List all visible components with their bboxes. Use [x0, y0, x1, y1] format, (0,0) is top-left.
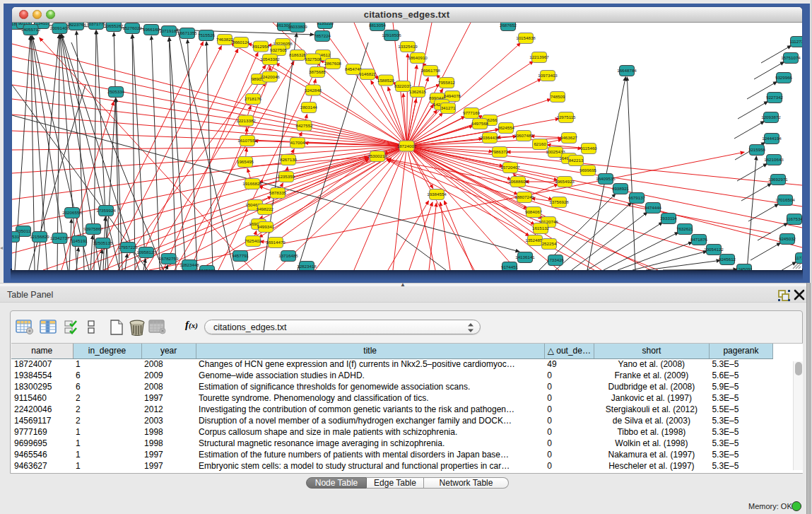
- svg-text:93975867: 93975867: [83, 226, 103, 231]
- svg-text:62160: 62160: [534, 141, 546, 146]
- svg-text:13756928: 13756928: [549, 199, 569, 204]
- svg-text:8454749: 8454749: [344, 66, 362, 71]
- svg-text:15276022: 15276022: [122, 25, 142, 30]
- svg-text:10154838: 10154838: [516, 35, 536, 40]
- svg-text:16782759: 16782759: [158, 256, 178, 261]
- svg-text:16210643: 16210643: [764, 157, 784, 162]
- svg-text:9457791: 9457791: [231, 253, 249, 258]
- svg-text:391531: 391531: [12, 234, 20, 239]
- svg-text:9245612: 9245612: [718, 257, 736, 262]
- svg-text:12213967: 12213967: [529, 54, 549, 59]
- svg-text:6497568: 6497568: [471, 121, 488, 126]
- svg-text:9146821: 9146821: [358, 71, 376, 76]
- svg-text:8938921: 8938921: [611, 186, 629, 191]
- svg-text:8912954: 8912954: [252, 43, 269, 48]
- svg-text:6679137: 6679137: [628, 195, 645, 200]
- svg-text:13325419: 13325419: [398, 44, 418, 49]
- svg-text:7986372: 7986372: [490, 149, 508, 154]
- svg-text:252254: 252254: [541, 241, 556, 246]
- svg-text:12918506: 12918506: [382, 33, 401, 37]
- svg-text:9327508: 9327508: [304, 56, 322, 61]
- svg-text:9115460: 9115460: [580, 146, 597, 151]
- svg-text:9499341: 9499341: [257, 224, 274, 229]
- svg-text:1173546: 1173546: [794, 255, 802, 260]
- svg-text:1245091: 1245091: [735, 267, 753, 270]
- svg-text:9135220: 9135220: [316, 23, 334, 25]
- svg-text:9498222: 9498222: [256, 206, 273, 211]
- svg-text:9777169: 9777169: [462, 110, 480, 115]
- svg-text:9227342: 9227342: [765, 95, 783, 100]
- svg-text:19384554: 19384554: [427, 192, 447, 197]
- svg-text:842213: 842213: [568, 158, 583, 163]
- svg-text:3215958: 3215958: [748, 147, 765, 152]
- svg-text:19654923: 19654923: [555, 179, 575, 184]
- svg-text:25300213: 25300213: [367, 153, 387, 158]
- svg-text:10973403: 10973403: [538, 73, 558, 78]
- svg-text:7857224: 7857224: [313, 33, 331, 38]
- svg-text:12975115: 12975115: [556, 115, 576, 119]
- svg-text:15751074: 15751074: [781, 55, 801, 60]
- svg-text:7463822: 7463822: [216, 37, 233, 42]
- svg-text:15720407: 15720407: [500, 165, 520, 170]
- svg-text:10958127: 10958127: [136, 250, 156, 255]
- svg-text:18640910: 18640910: [408, 55, 428, 60]
- svg-text:12093872: 12093872: [761, 115, 781, 119]
- svg-text:10543382: 10543382: [260, 57, 280, 62]
- svg-text:12213382: 12213382: [236, 117, 256, 122]
- svg-text:20206556: 20206556: [62, 210, 82, 215]
- svg-text:5878335: 5878335: [269, 190, 286, 195]
- svg-text:9474444: 9474444: [644, 205, 661, 210]
- svg-text:12342737: 12342737: [49, 235, 69, 240]
- svg-text:2867608: 2867608: [324, 61, 341, 66]
- svg-text:9245032: 9245032: [778, 236, 796, 241]
- svg-text:12823418: 12823418: [297, 264, 317, 269]
- svg-text:17016504: 17016504: [775, 197, 795, 202]
- svg-text:6966160: 6966160: [142, 27, 160, 32]
- svg-text:2505334: 2505334: [107, 89, 124, 94]
- svg-text:341271: 341271: [440, 105, 455, 110]
- svg-text:14055712: 14055712: [20, 27, 40, 32]
- svg-text:6494078: 6494078: [443, 93, 461, 98]
- svg-text:18223764: 18223764: [66, 23, 86, 27]
- svg-text:9084067: 9084067: [524, 209, 542, 214]
- svg-text:16671355: 16671355: [177, 30, 197, 35]
- svg-text:8427552: 8427552: [295, 122, 313, 127]
- svg-text:16409535: 16409535: [596, 176, 616, 181]
- svg-text:20364436: 20364436: [480, 135, 500, 140]
- svg-text:1112734: 1112734: [789, 39, 802, 44]
- svg-text:7625402: 7625402: [244, 238, 261, 243]
- svg-text:8322037: 8322037: [394, 83, 411, 88]
- svg-text:2933114: 2933114: [660, 216, 677, 221]
- svg-text:1588520: 1588520: [377, 77, 394, 82]
- svg-text:17359924: 17359924: [96, 208, 116, 213]
- svg-text:3875685: 3875685: [308, 69, 326, 74]
- svg-text:10054122: 10054122: [704, 247, 724, 252]
- svg-text:9463627: 9463627: [560, 135, 577, 140]
- svg-text:7632621: 7632621: [676, 226, 693, 231]
- svg-text:9245033: 9245033: [198, 268, 216, 270]
- svg-text:10655267: 10655267: [104, 23, 124, 28]
- svg-text:9327505: 9327505: [269, 47, 287, 52]
- svg-text:18724007: 18724007: [396, 143, 416, 148]
- svg-text:1733426: 1733426: [546, 257, 564, 262]
- svg-text:16033809: 16033809: [288, 24, 307, 29]
- svg-text:8186328: 8186328: [288, 52, 306, 57]
- svg-text:16648784: 16648784: [617, 68, 637, 73]
- svg-text:1362615: 1362615: [408, 89, 426, 94]
- svg-text:1235359: 1235359: [277, 174, 295, 179]
- svg-text:1145191: 1145191: [71, 238, 88, 243]
- svg-text:12444194: 12444194: [762, 136, 782, 141]
- svg-text:8471876: 8471876: [690, 237, 707, 242]
- svg-text:13692971: 13692971: [768, 177, 788, 182]
- svg-text:1615132: 1615132: [531, 226, 549, 230]
- svg-text:10371779: 10371779: [86, 23, 106, 26]
- svg-text:12823448: 12823448: [180, 262, 199, 267]
- svg-text:417004: 417004: [290, 140, 305, 145]
- svg-text:3624554: 3624554: [497, 125, 514, 130]
- svg-text:8660124: 8660124: [232, 40, 249, 45]
- svg-text:2718176: 2718176: [244, 96, 261, 101]
- svg-text:7515526: 7515526: [197, 33, 215, 37]
- svg-text:8267130: 8267130: [279, 157, 297, 162]
- svg-text:7955812: 7955812: [437, 80, 455, 85]
- svg-text:13716485: 13716485: [278, 253, 298, 258]
